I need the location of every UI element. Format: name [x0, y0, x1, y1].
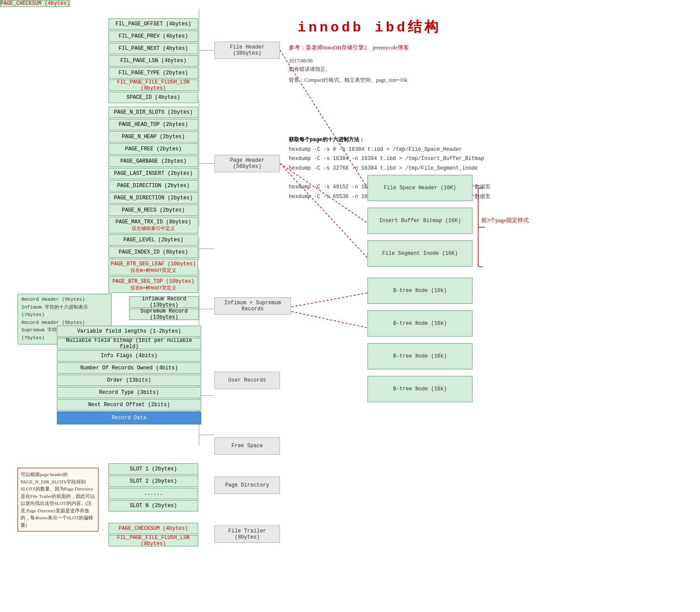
field-fil-page-next: FIL_PAGE_NEXT (4bytes) [108, 43, 198, 54]
svg-line-17 [280, 309, 368, 328]
field-page-garbage: PAGE_GARBAGE (2bytes) [108, 156, 198, 167]
field-page-n-direction: PAGE_N_DIRECTION (2bytes) [108, 192, 198, 204]
field-record-data: Record Data [57, 411, 201, 424]
page-title: innodb ibd结构 [298, 17, 441, 37]
field-page-direction: PAGE_DIRECTION (2bytes) [108, 180, 198, 191]
right-box-btree-node-2: B-tree Node (16k) [368, 310, 472, 337]
right-box-insert-buffer-bitmap: Insert Buffer Bitmap (16K) [368, 208, 472, 234]
field-info-flags: Info Flags (4bits) [57, 350, 201, 362]
field-fil-page-lsn: FIL_PAGE_LSN (4bytes) [108, 55, 198, 66]
field-variable-lengths: Variable field lengths (1-2bytes) [57, 326, 201, 337]
date-text: 2017/08/06 如有错误请指正。 [289, 57, 331, 73]
field-fil-page-flush-lsn: FIL_PAGE_FILE_FLUSH_LSN (8bytes) [108, 80, 198, 91]
field-fil-page-offset: FIL_PAGE_OFFSET (4bytes) [108, 18, 198, 30]
field-page-btr-seg-top: PAGE_BTR_SEG_TOP (10bytes) 仅在B+树ROOT页定义 [108, 276, 198, 293]
field-slot-dots: ...... [108, 488, 198, 499]
field-supremum-record: Supremum Record (13bytes) [129, 309, 199, 320]
right-box-btree-node-3: B-tree Node (16k) [368, 343, 472, 369]
right-box-file-segment-inode: File Segment Inode (16K) [368, 240, 472, 267]
field-slot1: SLOT 1 (2bytes) [108, 463, 198, 475]
free-space-connector: Free Space [214, 437, 280, 455]
hex-cmd-3: hexdump -C -s 32768 -n 16384 t.ibd > /tm… [289, 165, 478, 171]
field-num-records-owned: Number Of Records Owned (4bits) [57, 362, 201, 374]
field-fil-page-type: FIL_PAGE_TYPE (2bytes) [108, 67, 198, 79]
field-infimum-record: infimum Record (13bytes) [129, 296, 199, 308]
right-box-btree-node-4: B-tree Node (16k) [368, 376, 472, 402]
field-nullable-bitmap: Nullable Field bitmap (1bit per nullable… [57, 338, 201, 349]
field-slot-n: SLOT N (2bytes) [108, 500, 198, 511]
field-space-id: SPACE_ID (4bytes) [108, 92, 198, 103]
right-box-file-space-header: File Space Header (16K) [368, 175, 472, 201]
field-page-n-dir-slots: PAGE_N_DIR_SLOTS (2bytes) [108, 107, 198, 118]
field-trailer-checksum: PAGE_CHECKSUM (4bytes) [108, 523, 198, 534]
field-page-head-top: PAGE_HEAD_TOP (2bytes) [108, 119, 198, 130]
right-box-btree-node-1: B-tree Node (16k) [368, 278, 472, 304]
field-page-n-heap: PAGE_N_HEAP (2bytes) [108, 131, 198, 143]
field-next-record-offset: Next Record Offset (2bits) [57, 399, 201, 410]
field-page-free: PAGE_FREE (2bytes) [108, 143, 198, 155]
field-page-checksum: PAGE_CHECKSUM (4bytes) [0, 0, 70, 7]
hex-cmd-2: hexdump -C -s 16384 -n 16384 t.ibd > /tm… [289, 156, 484, 162]
field-page-index-id: PAGE_INDEX_ID (8bytes) [108, 247, 198, 258]
field-page-last-insert: PAGE_LAST_INSERT (2bytes) [108, 168, 198, 179]
field-page-level: PAGE_LEVEL (2bytes) [108, 234, 198, 246]
field-record-type: Record Type (3bits) [57, 387, 201, 398]
reference-text: 参考：姜老师InnoDB存储引擎2、jeremycole博客 [289, 44, 409, 52]
page-directory-connector: Page Directory [214, 476, 280, 494]
user-records-connector: User Records [214, 372, 280, 389]
infimum-supremum-connector: Infimum + Supremum Records [214, 297, 291, 315]
field-page-btr-seg-leaf: PAGE_BTR_SEG_LEAF (10bytes) 仅在B+树ROOT页定义 [108, 259, 198, 275]
svg-line-16 [280, 293, 368, 309]
right-bracket-svg [476, 175, 489, 280]
file-trailer-connector: File Trailer (8bytes) [214, 525, 280, 543]
hex-cmd-1: hexdump -C -s 0 -n 16384 t.ibd > /tmp/Fi… [289, 146, 462, 153]
background-text: 背景：Compact行格式、独立表空间、page_size=16k [289, 76, 407, 84]
field-trailer-flush-lsn: FIL_PAGE_FILE_FLUSH_LSN (8bytes) [108, 535, 198, 546]
page-header-connector: Page Header (56bytes) [214, 155, 280, 172]
field-page-n-recs: PAGE_N_RECS (2bytes) [108, 205, 198, 216]
field-order: Order (13bits) [57, 375, 201, 386]
file-header-connector: File Header (38bytes) [214, 42, 280, 59]
annotation-box: 可以根据page header的PAGE_N_DIR_SLOTS字段得到SLOT… [18, 468, 98, 532]
field-fil-page-prev: FIL_PAGE_PREV (4bytes) [108, 31, 198, 42]
field-slot2: SLOT 2 (2bytes) [108, 476, 198, 487]
main-container: innodb ibd结构 参考：姜老师InnoDB存储引擎2、jeremycol… [0, 0, 700, 612]
field-page-max-trx-id: PAGE_MAX_TRX_ID (8bytes) 仅在辅助索引中定义 [108, 217, 198, 233]
